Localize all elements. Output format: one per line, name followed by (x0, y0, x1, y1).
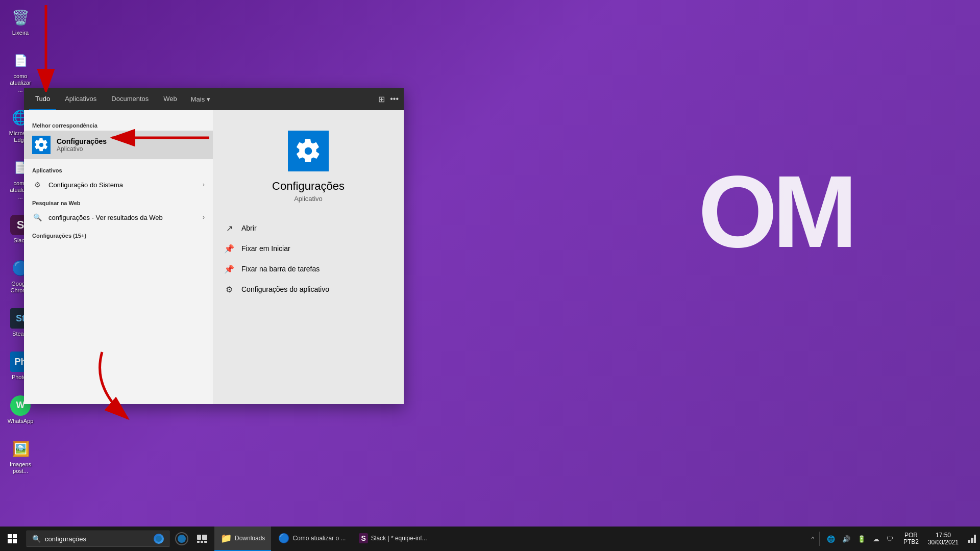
system-config-icon: ⚙ (32, 180, 42, 190)
right-app-name: Configurações (272, 180, 345, 193)
search-tabs: Tudo Aplicativos Documentos Web Mais ▾ ⊞… (24, 88, 404, 110)
pin-taskbar-icon: 📌 (223, 263, 235, 275)
right-app-type: Aplicativo (294, 195, 323, 203)
start-button[interactable] (0, 527, 24, 551)
imagens-label: Imagens post... (7, 461, 34, 474)
search-tabs-right: ⊞ ••• (378, 94, 399, 104)
taskbar-item-chrome[interactable]: 🔵 Como atualizar o ... (272, 527, 352, 551)
svg-rect-4 (13, 534, 17, 538)
tray-separator (819, 532, 820, 546)
taskbar-search-icon: 🔍 (32, 535, 41, 543)
security-icon[interactable]: 🛡 (885, 534, 895, 544)
configuracoes-icon (32, 136, 51, 154)
more-options-icon[interactable]: ••• (390, 94, 399, 104)
apps-section-title: Aplicativos (24, 161, 213, 176)
chrome-tab-label: Como atualizar o ... (292, 535, 346, 542)
best-match-type: Aplicativo (57, 145, 205, 153)
tab-web[interactable]: Web (157, 88, 183, 110)
notification-center-button[interactable] (964, 527, 980, 551)
action-open[interactable]: ↗ Abrir (223, 218, 394, 238)
system-config-label: Configuração do Sistema (48, 181, 197, 189)
search-web-icon: 🔍 (32, 212, 42, 222)
chevron-right-icon2: › (203, 214, 205, 221)
web-section-title: Pesquisar na Web (24, 194, 213, 208)
taskbar-search-bar[interactable]: 🔍 (27, 531, 169, 547)
svg-rect-12 (968, 540, 970, 543)
taskbar-items: 📁 Downloads 🔵 Como atualizar o ... S Sla… (212, 527, 807, 551)
svg-rect-7 (197, 535, 201, 540)
tray-expand-icon[interactable]: ^ (812, 536, 814, 542)
onedrive-icon[interactable]: ☁ (871, 534, 881, 544)
action-pin-start[interactable]: 📌 Fixar em Iniciar (223, 238, 394, 259)
chevron-down-icon: ▾ (207, 95, 210, 103)
battery-icon[interactable]: 🔋 (855, 534, 868, 544)
search-left-panel: Melhor correspondência Configurações Apl… (24, 110, 213, 404)
best-match-name: Configurações (57, 137, 205, 145)
best-match-info: Configurações Aplicativo (57, 137, 205, 153)
tab-tudo[interactable]: Tudo (29, 88, 56, 110)
downloads-icon: 📁 (220, 533, 232, 544)
right-app-icon (288, 131, 329, 171)
desktop-icon-imagens[interactable]: 🖼️ Imagens post... (5, 437, 36, 477)
svg-rect-5 (8, 539, 12, 543)
open-label: Abrir (241, 224, 257, 232)
taskbar-language[interactable]: POR PTB2 (899, 532, 923, 545)
tab-documentos[interactable]: Documentos (105, 88, 155, 110)
lixeira-label: Lixeira (12, 30, 29, 36)
desktop-om-text: OM (698, 153, 852, 270)
cortana-icon (154, 534, 164, 544)
filter-icon[interactable]: ⊞ (378, 94, 385, 104)
chevron-right-icon: › (203, 181, 205, 188)
search-window: Tudo Aplicativos Documentos Web Mais ▾ ⊞… (24, 88, 404, 404)
tab-mais[interactable]: Mais ▾ (186, 88, 215, 110)
taskbar-clock[interactable]: 17:50 30/03/2021 (923, 532, 964, 546)
svg-rect-14 (974, 535, 976, 543)
network-icon[interactable]: 🌐 (825, 534, 837, 544)
whatsapp-label: WhatsApp (8, 418, 34, 424)
action-app-settings[interactable]: ⚙ Configurações do aplicativo (223, 279, 394, 299)
web-result-item[interactable]: 🔍 configurações - Ver resultados da Web … (24, 208, 213, 227)
svg-rect-3 (8, 534, 12, 538)
imagens-icon: 🖼️ (10, 439, 31, 459)
svg-rect-9 (197, 541, 200, 543)
taskbar-item-downloads[interactable]: 📁 Downloads (214, 527, 271, 551)
svg-rect-8 (202, 535, 207, 540)
document-icon: 📄 (10, 51, 31, 71)
downloads-label: Downloads (235, 535, 265, 542)
desktop: OM 🗑️ Lixeira 📄 como atualizar ... 🌐 Mic… (0, 0, 980, 551)
search-input[interactable] (45, 535, 150, 543)
slack-tab-label: Slack | * equipe-inf... (371, 535, 427, 542)
volume-icon[interactable]: 🔊 (840, 534, 852, 544)
action-pin-taskbar[interactable]: 📌 Fixar na barra de tarefas (223, 259, 394, 279)
lixeira-icon: 🗑️ (10, 7, 31, 28)
search-right-panel: Configurações Aplicativo ↗ Abrir 📌 Fixar… (213, 110, 404, 404)
slack-taskbar-icon: S (359, 533, 368, 543)
best-match-item[interactable]: Configurações Aplicativo (24, 131, 213, 159)
clock-date: 30/03/2021 (928, 539, 959, 546)
system-tray: ^ 🌐 🔊 🔋 ☁ 🛡 (807, 532, 899, 546)
desktop-icon-lixeira[interactable]: 🗑️ Lixeira (5, 5, 36, 38)
best-match-title: Melhor correspondência (24, 118, 213, 131)
layout-text: PTB2 (903, 539, 919, 545)
svg-rect-6 (13, 539, 17, 543)
svg-rect-11 (204, 541, 207, 543)
pin-start-icon: 📌 (223, 242, 235, 255)
app-settings-icon: ⚙ (223, 283, 235, 295)
cortana-button[interactable] (172, 529, 192, 549)
search-content: Melhor correspondência Configurações Apl… (24, 110, 404, 404)
system-config-item[interactable]: ⚙ Configuração do Sistema › (24, 176, 213, 194)
app-settings-label: Configurações do aplicativo (241, 285, 329, 293)
config-count: Configurações (15+) (24, 227, 213, 241)
chrome-taskbar-icon: 🔵 (278, 533, 289, 544)
taskbar: 🔍 📁 Down (0, 527, 980, 551)
svg-rect-13 (971, 538, 973, 543)
taskbar-item-slack[interactable]: S Slack | * equipe-inf... (353, 527, 433, 551)
clock-time: 17:50 (936, 532, 951, 539)
web-result-label: configurações - Ver resultados da Web (48, 214, 197, 221)
pin-start-label: Fixar em Iniciar (241, 244, 290, 253)
task-view-button[interactable] (192, 529, 212, 549)
svg-rect-10 (201, 541, 203, 543)
open-icon: ↗ (223, 222, 235, 234)
pin-taskbar-label: Fixar na barra de tarefas (241, 265, 320, 273)
tab-aplicativos[interactable]: Aplicativos (59, 88, 103, 110)
